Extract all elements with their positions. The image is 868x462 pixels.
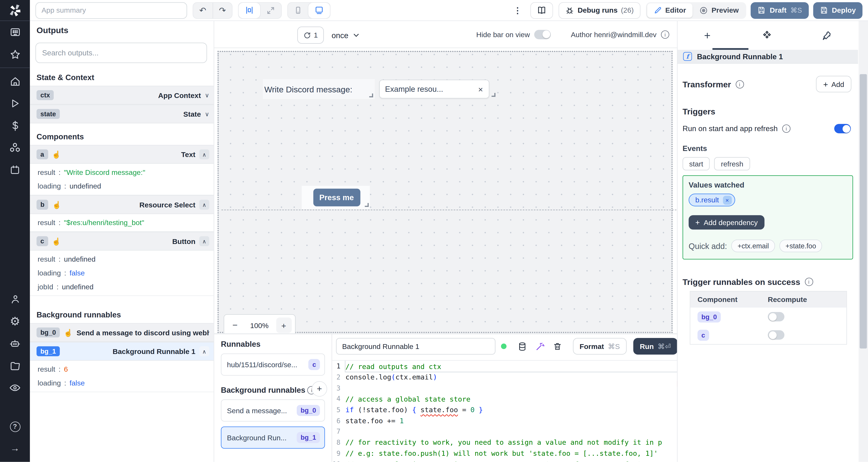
outputs-search[interactable] [35, 42, 207, 63]
text-component[interactable]: Write Discord message: [262, 79, 374, 99]
users-person-icon[interactable] [0, 288, 30, 310]
collapse-arrow-icon[interactable]: → [0, 437, 30, 460]
code-line[interactable]: 3 [332, 383, 681, 394]
help-icon[interactable]: ? [0, 416, 30, 437]
event-chip[interactable]: refresh [714, 157, 750, 170]
resources-cubes-icon[interactable] [0, 137, 30, 159]
tab-preview[interactable]: Preview [692, 3, 745, 18]
favorites-star-icon[interactable] [0, 43, 30, 65]
right-scrollbar[interactable] [859, 21, 868, 462]
clear-select-icon[interactable]: × [478, 84, 483, 94]
folders-icon[interactable] [0, 355, 30, 377]
code-line[interactable]: 2 console.log(ctx.email) [332, 372, 681, 383]
deploy-button[interactable]: Deploy [813, 2, 862, 19]
code-line[interactable]: 6 state.foo += 1 [332, 415, 681, 426]
collapse-icon[interactable]: ∧ [199, 346, 209, 356]
zoom-in-button[interactable]: + [276, 318, 291, 333]
debug-runs-button[interactable]: Debug runs (26) [559, 2, 640, 19]
tab-add-component[interactable]: + [678, 29, 737, 42]
app-summary-input[interactable] [35, 2, 187, 19]
desktop-view-button[interactable] [308, 2, 330, 18]
add-transformer-button[interactable]: +Add [816, 76, 851, 92]
code-line[interactable]: 7 [332, 426, 681, 437]
bg-runnable-row[interactable]: bg_1 Background Runnable 1 ∧ [30, 342, 214, 361]
workers-robot-icon[interactable] [0, 332, 30, 355]
code-line[interactable]: 1 // read outputs and ctx [332, 361, 681, 372]
collapse-icon[interactable]: ∧ [199, 150, 209, 159]
more-menu-button[interactable]: ⋮ [513, 5, 523, 15]
info-icon[interactable]: i [735, 80, 744, 88]
info-icon[interactable]: i [805, 278, 813, 286]
resize-handle[interactable] [365, 203, 368, 207]
search-outputs-input[interactable] [42, 48, 200, 57]
resize-handle[interactable] [369, 94, 373, 97]
hide-bar-toggle[interactable] [534, 30, 551, 39]
runnable-item[interactable]: hub/1511/discord/se...c [221, 354, 325, 376]
add-dependency-button[interactable]: +Add dependency [689, 215, 764, 230]
quick-add-chip[interactable]: +ctx.email [732, 239, 775, 252]
scrollbar-thumb[interactable] [860, 74, 867, 349]
docs-button[interactable] [530, 2, 553, 19]
format-button[interactable]: Format⌘S [573, 338, 627, 355]
bg-runnable-row[interactable]: bg_0☝ Send a message to discord using we… [30, 323, 214, 342]
runnable-name-input[interactable] [336, 338, 495, 355]
fullscreen-button[interactable] [260, 2, 281, 18]
canvas-grid[interactable]: Write Discord message: Example resou... … [217, 51, 672, 333]
code-editor[interactable]: 1 // read outputs and ctx 2 console.log(… [332, 360, 681, 462]
code-line[interactable]: 5 if (!state.foo) { state.foo = 0 } [332, 404, 681, 415]
button-component-area[interactable]: Press me [301, 186, 370, 209]
press-me-button[interactable]: Press me [313, 189, 360, 206]
state-context-row[interactable]: state State ∨ [30, 105, 214, 124]
tab-editor[interactable]: Editor [647, 3, 692, 18]
watched-value-chip[interactable]: b.result× [689, 194, 735, 206]
centered-layout-button[interactable] [239, 2, 260, 18]
apps-window-icon[interactable] [0, 21, 30, 43]
code-line[interactable]: 10 // you may also just reassign as next… [332, 459, 681, 462]
windmill-logo[interactable] [0, 0, 30, 21]
info-icon[interactable]: i [661, 30, 669, 38]
refresh-count-button[interactable]: 1 [297, 27, 324, 43]
component-row[interactable]: b☝ Resource Select ∧ [30, 195, 214, 214]
quick-add-chip[interactable]: +state.foo [779, 239, 822, 252]
code-line[interactable]: 4 // access a global state store [332, 394, 681, 404]
run-on-start-toggle[interactable] [834, 124, 851, 133]
remove-icon[interactable]: × [723, 196, 732, 204]
delete-trash-icon[interactable] [549, 342, 566, 351]
redo-button[interactable]: ↷ [213, 2, 232, 18]
component-row[interactable]: a☝ Text ∧ [30, 145, 214, 164]
collapse-icon[interactable]: ∧ [199, 200, 209, 210]
undo-button[interactable]: ↶ [193, 2, 213, 18]
home-icon[interactable] [0, 70, 30, 92]
runs-play-icon[interactable] [0, 92, 30, 114]
schedules-calendar-icon[interactable] [0, 159, 30, 181]
audit-eye-icon[interactable] [0, 377, 30, 399]
event-chip[interactable]: start [683, 157, 710, 170]
cache-db-icon[interactable] [513, 342, 531, 351]
tab-runnables-settings[interactable] [737, 30, 797, 41]
mobile-view-button[interactable] [288, 2, 308, 18]
resource-select-component[interactable]: Example resou... × [379, 80, 489, 99]
info-icon[interactable]: i [782, 125, 790, 133]
chevron-down-icon[interactable]: ∨ [205, 92, 209, 99]
run-button[interactable]: Run⌘⏎ [633, 338, 678, 355]
bg-runnable-item[interactable]: Background Run...bg_1 [221, 427, 325, 449]
recompute-toggle[interactable] [768, 330, 784, 340]
zoom-out-button[interactable]: − [227, 320, 243, 330]
add-background-runnable-button[interactable]: + [312, 381, 327, 397]
bg-runnable-item[interactable]: Send a message...bg_0 [221, 400, 325, 422]
ai-wand-icon[interactable] [531, 342, 549, 351]
tab-styling[interactable] [797, 30, 856, 41]
resize-handle[interactable] [491, 93, 495, 97]
chevron-down-icon[interactable]: ∨ [205, 110, 209, 118]
state-context-row[interactable]: ctx App Context ∨ [30, 86, 214, 105]
code-line[interactable]: 9 // e.g: state.foo.push(1) will not wor… [332, 448, 681, 459]
schedule-dropdown[interactable]: once [332, 27, 360, 43]
variables-dollar-icon[interactable] [0, 114, 30, 136]
component-row[interactable]: c☝ Button ∧ [30, 232, 214, 251]
code-line[interactable]: 8 // for reactivity to work, you need to… [332, 437, 681, 448]
settings-gear-icon[interactable]: ⚙ [0, 310, 30, 332]
recompute-toggle[interactable] [768, 312, 784, 322]
app-canvas[interactable]: Write Discord message: Example resou... … [214, 48, 677, 334]
collapse-icon[interactable]: ∧ [199, 236, 209, 246]
draft-button[interactable]: Draft⌘S [751, 2, 808, 19]
